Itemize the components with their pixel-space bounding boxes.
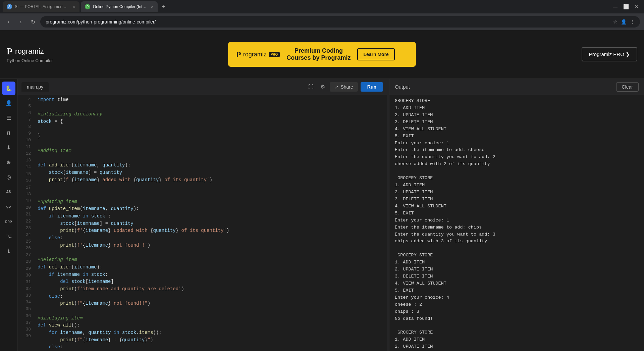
promo-banner: P rogramiz PRO Premium Coding Courses by… [228,42,416,67]
new-tab-button[interactable]: + [159,2,168,11]
list-icon: ☰ [6,115,11,121]
fullscreen-button[interactable]: ⛶ [306,82,316,92]
logo-section: P rogramiz Python Online Compiler [7,46,53,63]
share-icon: ↗ [334,84,338,90]
share-button[interactable]: ↗ Share [330,82,358,92]
output-content[interactable]: GROCERY STORE 1. ADD ITEM 2. UPDATE ITEM… [389,95,644,351]
download-icon: ⬇ [6,144,11,151]
menu-icon[interactable]: ⋮ [630,19,635,24]
tab-si-portal[interactable]: S SI — PORTAL: Assignment Sub... ✕ [3,1,79,12]
sidebar-item-circle[interactable]: ◎ [2,170,15,184]
logo-letter: P [7,46,12,57]
programiz-pro-button[interactable]: Programiz PRO ❯ [582,47,637,61]
nav-back[interactable]: ‹ [4,17,13,27]
sidebar-item-download[interactable]: ⬇ [2,141,15,154]
profile-icon[interactable]: 👤 [621,19,627,24]
info-icon: ℹ [8,248,10,254]
settings-button[interactable]: ⚙ [318,82,327,92]
sidebar-item-go[interactable]: go [2,200,15,213]
promo-logo-letter: P [236,50,241,59]
window-close[interactable]: ✕ [632,2,641,11]
run-button[interactable]: Run [361,82,383,92]
output-panel: Output Clear GROCERY STORE 1. ADD ITEM 2… [389,79,644,351]
app-header: P rogramiz Python Online Compiler P rogr… [0,30,644,79]
sidebar-item-list[interactable]: ☰ [2,111,15,124]
tab-programiz[interactable]: P Online Python Compiler (Interp... ✕ [81,1,158,12]
sidebar-item-python[interactable]: 🐍 [2,82,15,95]
line-numbers: 4567891011121314151617181920212223242526… [17,95,34,351]
fullscreen-icon: ⛶ [308,84,314,90]
sidebar-item-js[interactable]: JS [2,185,15,198]
promo-pro-badge: PRO [269,52,280,57]
go-icon: go [6,204,11,208]
globe-icon: ⊕ [6,159,11,165]
address-text: programiz.com/python-programming/online-… [46,19,156,24]
clear-button[interactable]: Clear [616,82,639,92]
user-icon: 👤 [5,100,12,106]
tab-close-programiz[interactable]: ✕ [151,5,154,9]
sidebar-item-code[interactable]: {} [2,126,15,139]
editor-area: main.py ⛶ ⚙ ↗ Share Run 4567891011121314… [17,79,387,351]
promo-logo-name: rogramiz [243,51,267,58]
code-content[interactable]: import time #intializing dictionary stoc… [34,95,387,351]
logo-subtitle: Python Online Compiler [7,58,53,63]
tab-close-si[interactable]: ✕ [72,5,75,9]
sidebar-item-swift[interactable]: ⌥ [2,229,15,243]
sidebar-item-globe[interactable]: ⊕ [2,155,15,169]
php-icon: php [5,219,12,223]
code-icon: {} [7,130,10,135]
sidebar-item-info[interactable]: ℹ [2,244,15,257]
promo-line2: Courses by Programiz [286,54,351,61]
sidebar: 🐍 👤 ☰ {} ⬇ ⊕ ◎ JS go php ⌥ [0,79,17,351]
share-label: Share [340,84,353,90]
logo: P rogramiz [7,46,53,57]
tab-label-si: SI — PORTAL: Assignment Sub... [15,4,68,9]
python-icon: 🐍 [5,85,12,92]
editor-toolbar: main.py ⛶ ⚙ ↗ Share Run [17,79,387,95]
nav-refresh[interactable]: ↻ [28,17,38,27]
code-editor: 4567891011121314151617181920212223242526… [17,95,387,351]
window-maximize[interactable]: ⬜ [621,2,631,11]
sidebar-item-php[interactable]: php [2,214,15,228]
js-icon: JS [6,190,11,194]
output-title: Output [395,84,410,90]
circle-icon: ◎ [6,174,11,180]
logo-name: rogramiz [15,47,44,56]
promo-logo: P rogramiz PRO [236,50,280,59]
bookmark-icon[interactable]: ☆ [613,19,618,24]
sidebar-item-user[interactable]: 👤 [2,96,15,110]
swift-icon: ⌥ [6,233,12,239]
promo-line1: Premium Coding [286,47,351,54]
tab-label-programiz: Online Python Compiler (Interp... [93,4,147,9]
learn-more-button[interactable]: Learn More [357,48,394,60]
promo-text: Premium Coding Courses by Programiz [286,47,351,61]
output-toolbar: Output Clear [389,79,644,95]
address-bar: programiz.com/python-programming/online-… [40,16,640,28]
nav-forward[interactable]: › [16,17,25,27]
settings-icon: ⚙ [320,84,325,90]
tab-favicon-programiz: P [85,4,90,9]
tab-favicon-si: S [7,4,12,9]
window-minimize[interactable]: — [610,2,620,11]
file-tab-main[interactable]: main.py [21,82,49,92]
main-layout: 🐍 👤 ☰ {} ⬇ ⊕ ◎ JS go php ⌥ [0,79,644,351]
